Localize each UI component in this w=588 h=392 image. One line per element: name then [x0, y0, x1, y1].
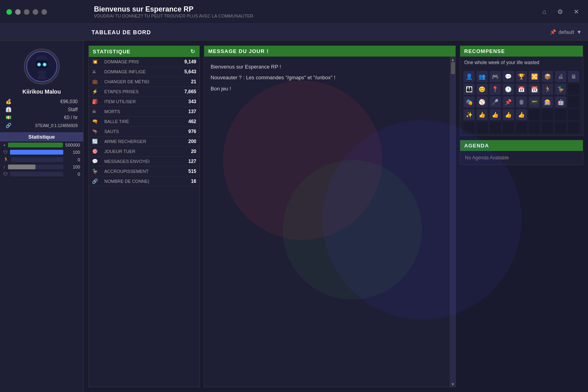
message-line: Bienvenus sur Esperance RP ! — [211, 62, 443, 71]
reward-icon-22[interactable]: 🗑 — [516, 96, 527, 108]
hunger-icon: 🏃 — [3, 157, 9, 162]
reward-icon-1[interactable]: 👥 — [477, 71, 488, 82]
reward-subtitle: One whole week of your life wasted — [460, 57, 583, 69]
reward-icon-33[interactable] — [542, 109, 553, 120]
settings-button[interactable]: ⚙ — [555, 6, 566, 18]
statistics-title: STATISTIQUE — [93, 49, 131, 55]
money-row: 💰 €96,030 — [4, 98, 79, 105]
home-button[interactable]: ⌂ — [539, 6, 550, 18]
reward-icon-38[interactable] — [490, 122, 501, 133]
table-row: 🎯 JOUEUR TUER 20 — [89, 147, 199, 157]
reward-icon-8[interactable]: 🖥 — [568, 71, 579, 82]
titlebar-controls: ⌂ ⚙ ✕ — [539, 6, 582, 18]
reward-icon-42[interactable] — [542, 122, 553, 133]
table-row: ⚔ DOMMAGE INFLIGé 5,643 — [89, 67, 199, 77]
stat-row-icon: 🔄 — [89, 137, 101, 147]
message-body: Bienvenus sur Esperance RP !Nouveauter ?… — [204, 57, 455, 387]
steamid-value: STEAM_0:1:124856928 — [35, 123, 78, 128]
profile-selector[interactable]: 📌 default ▼ — [550, 29, 588, 35]
reward-icon-30[interactable]: 👍 — [503, 109, 514, 120]
steamid-row: 🔗 STEAM_0:1:124856928 — [4, 122, 79, 129]
stat-row-value: 127 — [174, 157, 199, 167]
reward-icon-32[interactable] — [529, 109, 540, 120]
agenda-panel: AGENDA No Agenda Available — [460, 140, 583, 165]
message-header: MESSAGE DU JOUR ! — [204, 46, 455, 57]
stat-row-icon: 💥 — [89, 57, 101, 67]
stat-row-label: ACCROUPISSEMENT — [101, 167, 174, 176]
hunger-bar-bg — [11, 157, 63, 162]
reward-icon-7[interactable]: 🖨 — [555, 71, 566, 82]
reward-icon-12[interactable]: 🕐 — [503, 84, 514, 95]
income-icon: 💵 — [6, 115, 12, 120]
main-layout: Kiirikou Malou 💰 €96,030 👔 Staff 💵 €0 / … — [0, 41, 588, 392]
svg-point-6 — [38, 63, 40, 66]
table-row: 🔄 ARME RECHERGER 200 — [89, 137, 199, 147]
stat-row-label: MORTS — [101, 107, 174, 117]
tab-tableau-de-bord[interactable]: TABLEAU DE BORD — [84, 29, 159, 35]
reward-icon-28[interactable]: 👍 — [477, 109, 488, 120]
reward-icon-36[interactable] — [463, 122, 475, 133]
reward-icon-4[interactable]: 🏆 — [516, 71, 527, 82]
scroll-down-arrow[interactable]: ▼ — [450, 381, 456, 387]
reward-icon-2[interactable]: 🎮 — [490, 71, 501, 82]
reward-icon-9[interactable]: 👨‍👩‍👦 — [463, 84, 475, 95]
titlebar: Bienvenus sur Esperance RP VOUDRAI TU DO… — [0, 0, 588, 24]
stat-row-label: ÉTAPES PRISES — [101, 87, 174, 97]
reward-icon-0[interactable]: 👤 — [463, 71, 475, 82]
reward-icon-17[interactable] — [568, 84, 579, 95]
reward-icon-15[interactable]: 🏃 — [542, 84, 553, 95]
reward-icon-13[interactable]: 📅 — [516, 84, 527, 95]
tabbar: TABLEAU DE BORD 📌 default ▼ — [0, 24, 588, 41]
reward-icon-25[interactable]: 🤖 — [555, 96, 566, 108]
stat-row-icon: ⚔ — [89, 67, 101, 77]
reward-icon-41[interactable] — [529, 122, 540, 133]
stat-row-value: 343 — [174, 97, 199, 107]
reward-icon-11[interactable]: 📍 — [490, 84, 501, 95]
role-value: Staff — [68, 107, 78, 112]
reward-icon-40[interactable] — [516, 122, 527, 133]
table-row: ☠ MORTS 137 — [89, 107, 199, 117]
close-button[interactable]: ✕ — [570, 6, 582, 18]
message-line: Bon jeu ! — [211, 84, 443, 93]
income-value: €0 / hr — [64, 115, 78, 120]
reward-icon-31[interactable]: 👍 — [516, 109, 527, 120]
reward-icon-18[interactable]: 🎭 — [463, 96, 475, 108]
reward-panel: RECOMPENSE One whole week of your life w… — [460, 45, 583, 136]
reward-icon-24[interactable]: 🎰 — [542, 96, 553, 108]
reward-icon-5[interactable]: 🔀 — [529, 71, 540, 82]
reward-icon-19[interactable]: ⚾ — [477, 96, 488, 108]
reward-icon-10[interactable]: 😊 — [477, 84, 488, 95]
stat-row-value: 976 — [174, 127, 199, 137]
chevron-down-icon: ▼ — [576, 29, 582, 35]
reward-icon-3[interactable]: 💬 — [503, 71, 514, 82]
steamid-icon: 🔗 — [6, 123, 12, 128]
stat-row-icon: 💬 — [89, 157, 101, 167]
reward-icon-21[interactable]: 📌 — [503, 96, 514, 108]
message-scrollbar[interactable]: ▲ ▼ — [450, 57, 455, 387]
reward-icon-16[interactable]: 🦆 — [555, 84, 566, 95]
reward-icon-26[interactable] — [568, 96, 579, 108]
stat-row-label: CHANGER DE MéTIEI — [101, 77, 174, 87]
reward-icon-44[interactable] — [568, 122, 579, 133]
reward-icon-27[interactable]: ✨ — [463, 109, 475, 120]
reward-icon-20[interactable]: 🎤 — [490, 96, 501, 108]
stat-row-value: 200 — [174, 137, 199, 147]
player-name: Kiirikou Malou — [22, 88, 61, 95]
reward-icon-35[interactable] — [568, 109, 579, 120]
refresh-icon[interactable]: ↻ — [190, 48, 195, 55]
money-icon: 💰 — [6, 99, 12, 104]
svg-rect-10 — [45, 73, 51, 77]
reward-icon-39[interactable] — [503, 122, 514, 133]
scroll-up-arrow[interactable]: ▲ — [450, 57, 456, 62]
reward-icon-34[interactable] — [555, 109, 566, 120]
reward-icon-37[interactable] — [477, 122, 488, 133]
reward-icon-6[interactable]: 📦 — [542, 71, 553, 82]
stat-row-icon: 🦆 — [89, 167, 101, 176]
dot-yellow — [15, 9, 21, 15]
reward-icon-14[interactable]: 📆 — [529, 84, 540, 95]
reward-icon-43[interactable] — [555, 122, 566, 133]
stat-row-value: 137 — [174, 107, 199, 117]
reward-icon-23[interactable]: 📟 — [529, 96, 540, 108]
role-icon: 👔 — [6, 107, 12, 112]
reward-icon-29[interactable]: 👍 — [490, 109, 501, 120]
